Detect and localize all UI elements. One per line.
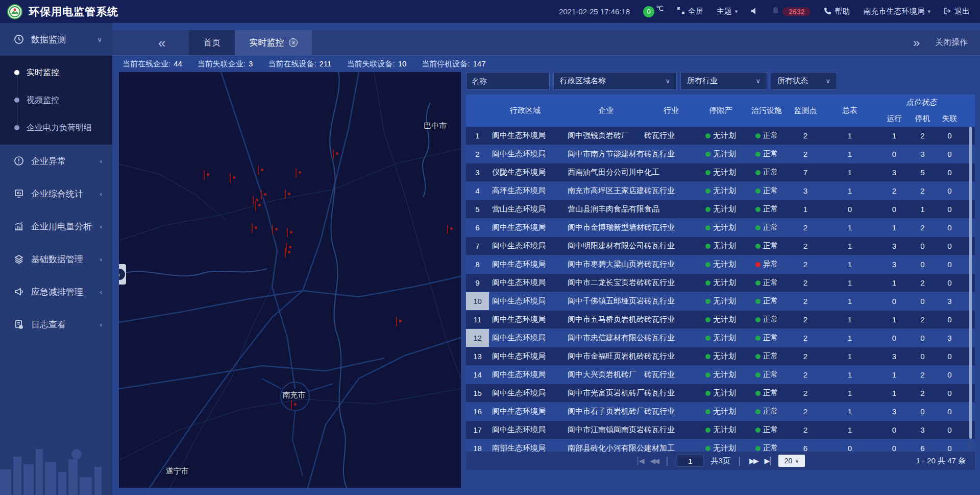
sidebar-item-log-view[interactable]: 日志查看‹ bbox=[0, 308, 112, 341]
table-row[interactable]: 17阆中生态环境局阆中市江南镇阆南页岩砖瓦行业无计划正常21030 bbox=[466, 421, 975, 439]
chevron-left-icon: ‹ bbox=[100, 321, 102, 328]
fullscreen-button[interactable]: 全屏 bbox=[677, 7, 703, 16]
table-row[interactable]: 1阆中生态环境局阆中强锐页岩砖厂砖瓦行业无计划正常21120 bbox=[466, 127, 975, 145]
cell-company: 阆中市金博瑞新型墙材 bbox=[561, 219, 644, 237]
map-marker-icon[interactable] bbox=[333, 150, 342, 162]
table-row[interactable]: 2阆中生态环境局阆中市南方节能建材有砖瓦行业无计划正常21030 bbox=[466, 145, 975, 163]
theme-label: 主题 bbox=[717, 7, 732, 16]
map-marker-icon[interactable] bbox=[258, 166, 267, 178]
temperature-unit: ℃ bbox=[656, 5, 664, 12]
sidebar-item-power-usage-analysis[interactable]: 企业用电量分析‹ bbox=[0, 210, 112, 243]
table-row[interactable]: 4高坪生态环境局南充市高坪区王家店建砖瓦行业无计划正常31220 bbox=[466, 182, 975, 200]
map-marker-icon[interactable] bbox=[272, 225, 281, 238]
table-row[interactable]: 10阆中生态环境局阆中千佛镇五郎垭页岩砖瓦行业无计划正常21003 bbox=[466, 292, 975, 310]
tabs-scroll-left-icon[interactable]: « bbox=[158, 36, 165, 50]
map-marker-icon[interactable] bbox=[396, 317, 405, 329]
org-dropdown[interactable]: 南充市生态环境局 ▾ bbox=[863, 7, 930, 16]
temperature-badge: 0 bbox=[643, 6, 654, 17]
table-row[interactable]: 6阆中生态环境局阆中市金博瑞新型墙材砖瓦行业无计划正常21120 bbox=[466, 219, 975, 237]
last-page-icon[interactable]: ▶│ bbox=[765, 457, 772, 465]
page-number-input[interactable]: 1 bbox=[677, 455, 703, 467]
cell-industry: 砖瓦行业 bbox=[644, 127, 698, 145]
map-panel[interactable]: 巴中市南充市遂宁市 ‹ bbox=[119, 72, 461, 488]
cell-industry: 砖瓦行业 bbox=[644, 347, 698, 365]
industry-filter-select[interactable]: 所有行业 ∨ bbox=[680, 72, 767, 90]
megaphone-icon bbox=[14, 287, 24, 297]
map-marker-icon[interactable] bbox=[287, 228, 296, 241]
status-dot bbox=[705, 280, 710, 286]
sidebar-item-emergency-reduction[interactable]: 应急减排管理‹ bbox=[0, 275, 112, 308]
sidebar-item-label: 应急减排管理 bbox=[31, 286, 83, 298]
status-filter-select[interactable]: 所有状态 ∨ bbox=[771, 72, 837, 90]
map-marker-icon[interactable] bbox=[252, 224, 261, 236]
map-marker-icon[interactable] bbox=[204, 171, 213, 183]
theme-dropdown[interactable]: 主题 ▾ bbox=[717, 7, 738, 16]
sidebar-item-base-data-mgmt[interactable]: 基础数据管理‹ bbox=[0, 243, 112, 275]
sidebar-item-enterprise-abnormal[interactable]: 企业异常‹ bbox=[0, 145, 112, 177]
table-row[interactable]: 8阆中生态环境局阆中市枣碧大梁山页岩砖瓦行业无计划异常21300 bbox=[466, 255, 975, 273]
facility-label: 正常 bbox=[763, 241, 778, 251]
map-marker-icon[interactable] bbox=[291, 400, 300, 413]
map-marker-icon[interactable] bbox=[447, 225, 456, 237]
cell-row-number: 10 bbox=[466, 292, 489, 310]
table-row[interactable]: 18南部生态环境局南部县砖化小河有限公建材加工无计划正常60060 bbox=[466, 439, 975, 452]
map-marker-icon[interactable] bbox=[285, 248, 294, 261]
sidebar-subitem-realtime-monitor[interactable]: 实时监控 bbox=[0, 59, 112, 86]
cell-running: 3 bbox=[879, 255, 910, 273]
cell-limit-production: 无计划 bbox=[698, 439, 743, 452]
cell-industry: 砖瓦行业 bbox=[644, 237, 698, 255]
help-button[interactable]: 帮助 bbox=[824, 7, 850, 16]
previous-page-icon[interactable]: ◀◀ bbox=[650, 457, 658, 465]
status-dot bbox=[755, 262, 761, 267]
tab-home[interactable]: 首页 bbox=[189, 30, 235, 55]
notifications-button[interactable]: 2632 bbox=[772, 7, 811, 16]
map-marker-icon[interactable] bbox=[255, 201, 264, 214]
table-row[interactable]: 3仪陇生态环境局西南油气田分公司川中化工无计划正常71350 bbox=[466, 163, 975, 181]
collapse-map-button[interactable]: ‹ bbox=[119, 264, 126, 285]
tab-realtime-monitor[interactable]: 实时监控× bbox=[235, 30, 312, 55]
cell-monitor-points: 2 bbox=[790, 274, 821, 292]
table-row[interactable]: 5营山生态环境局营山县润丰肉食品有限食品无计划正常10010 bbox=[466, 200, 975, 218]
map-marker-icon[interactable] bbox=[230, 174, 239, 186]
cell-limit-production: 无计划 bbox=[698, 403, 743, 420]
limit-label: 无计划 bbox=[713, 315, 736, 324]
cell-pollution-facility: 正常 bbox=[743, 329, 790, 347]
limit-label: 无计划 bbox=[713, 168, 736, 177]
map-marker-icon[interactable] bbox=[285, 190, 294, 202]
tabs-scroll-right-icon[interactable]: » bbox=[913, 36, 920, 50]
col-running: 运行 bbox=[879, 110, 910, 127]
sidebar-item-enterprise-stats[interactable]: 企业综合统计‹ bbox=[0, 177, 112, 210]
pagination-divider: │ bbox=[738, 457, 742, 465]
page-size-select[interactable]: 20 ∨ bbox=[778, 455, 805, 467]
table-row[interactable]: 7阆中生态环境局阆中明阳建材有限公司砖瓦行业无计划正常21300 bbox=[466, 237, 975, 255]
cell-row-number: 13 bbox=[466, 347, 489, 365]
map-marker-icon[interactable] bbox=[296, 169, 305, 181]
close-tab-icon[interactable]: × bbox=[289, 38, 298, 47]
close-operations-button[interactable]: 关闭操作 bbox=[935, 37, 968, 48]
table-scrollbar[interactable] bbox=[969, 127, 972, 452]
table-row[interactable]: 9阆中生态环境局阆中市二龙长宝页岩砖砖瓦行业无计划正常21120 bbox=[466, 274, 975, 292]
cell-stopped: 2 bbox=[910, 384, 936, 402]
sidebar-subitem-video-monitor[interactable]: 视频监控 bbox=[0, 86, 112, 114]
table-row[interactable]: 11阆中生态环境局阆中市五马桥页岩机砖砖瓦行业无计划正常21120 bbox=[466, 311, 975, 328]
cell-company: 南部县砖化小河有限公 bbox=[561, 439, 644, 452]
name-filter-input[interactable] bbox=[466, 72, 550, 90]
table-row[interactable]: 13阆中生态环境局阆中市金福旺页岩机砖砖瓦行业无计划正常21300 bbox=[466, 347, 975, 365]
first-page-icon[interactable]: │◀ bbox=[636, 457, 643, 465]
sidebar-subitem-power-load-detail[interactable]: 企业电力负荷明细 bbox=[0, 114, 112, 142]
table-row[interactable]: 12阆中生态环境局阆中市忠信建材有限公砖瓦行业无计划正常21003 bbox=[466, 329, 975, 347]
next-page-icon[interactable]: ▶▶ bbox=[749, 457, 757, 465]
table-row[interactable]: 16阆中生态环境局阆中市石子页岩机砖厂砖瓦行业无计划正常21300 bbox=[466, 403, 975, 420]
exit-button[interactable]: 退出 bbox=[944, 7, 970, 16]
sidebar-item-data-monitor[interactable]: 数据监测∨ bbox=[0, 23, 112, 56]
region-filter-select[interactable]: 行政区域名称 ∨ bbox=[553, 72, 677, 90]
table-row[interactable]: 14阆中生态环境局阆中大兴页岩机砖厂砖瓦行业无计划正常21120 bbox=[466, 366, 975, 384]
cell-region: 阆中生态环境局 bbox=[489, 292, 561, 310]
sidebar-item-label: 基础数据管理 bbox=[31, 253, 83, 265]
limit-label: 无计划 bbox=[713, 370, 736, 380]
status-dot bbox=[755, 225, 761, 230]
mute-button[interactable] bbox=[751, 7, 758, 16]
cell-stopped: 1 bbox=[910, 200, 936, 218]
table-row[interactable]: 15阆中生态环境局阆中市光富页岩机砖厂砖瓦行业无计划正常21120 bbox=[466, 384, 975, 402]
content: 巴中市南充市遂宁市 ‹ 行政区域名称 ∨ 所有行业 bbox=[112, 72, 980, 495]
